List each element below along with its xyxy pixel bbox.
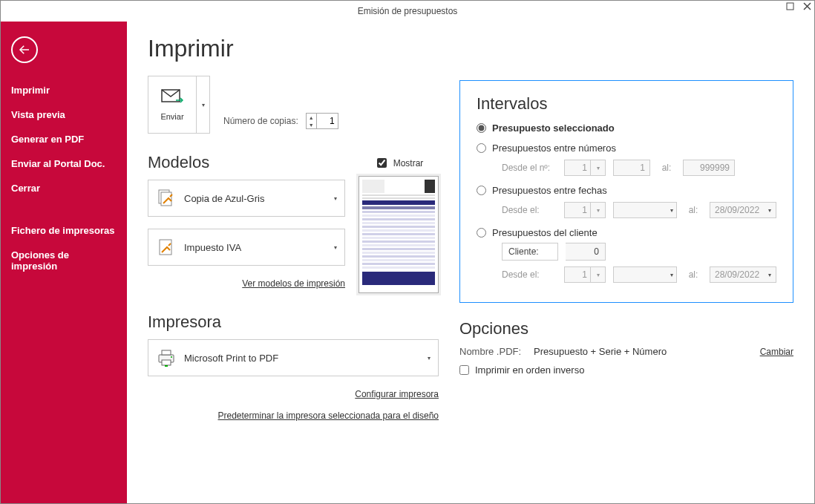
r2-num2[interactable]: 1 xyxy=(613,160,650,176)
preview-image xyxy=(362,180,435,289)
chevron-down-icon: ▾ xyxy=(334,244,337,251)
model-row-2[interactable]: Impuesto IVA ▾ xyxy=(148,229,345,266)
printer-row[interactable]: Microsoft Print to PDF ▾ xyxy=(148,339,439,376)
mostrar-label: Mostrar xyxy=(393,158,424,168)
spinner-down-icon[interactable]: ▼ xyxy=(307,121,316,128)
window: Emisión de presupuestos Imprimir Vista p… xyxy=(0,0,815,504)
copies-spinner[interactable]: ▲ ▼ xyxy=(306,113,338,129)
modelos-title: Modelos xyxy=(148,153,345,172)
pdf-name-value: Presupuesto + Serie + Número xyxy=(534,346,667,357)
svg-rect-0 xyxy=(787,3,793,10)
copies-label: Número de copias: xyxy=(223,116,298,126)
document-icon xyxy=(156,188,177,209)
r2-num3[interactable]: 999999 xyxy=(683,160,735,176)
r2-num1-dd[interactable]: ▾ xyxy=(591,160,606,176)
radio-entre-numeros[interactable]: Presupuestos entre números xyxy=(477,143,776,154)
sidebar-item-generar-pdf[interactable]: Generar en PDF xyxy=(1,127,127,151)
sidebar-item-fichero-impresoras[interactable]: Fichero de impresoras xyxy=(1,218,127,243)
svg-rect-8 xyxy=(160,240,171,255)
r3-num1[interactable]: 1 xyxy=(564,202,591,218)
radio-del-cliente[interactable]: Presupuestos del cliente xyxy=(477,227,776,238)
r4-al-label: al: xyxy=(684,269,702,280)
close-icon[interactable] xyxy=(803,2,811,10)
r4-fields: Desde el: 1 ▾ ▾ al: 28/09/2022▾ xyxy=(502,266,776,283)
titlebar: Emisión de presupuestos xyxy=(1,1,814,22)
model-2-label: Impuesto IVA xyxy=(184,242,334,253)
r3-num1-dd[interactable]: ▾ xyxy=(591,202,606,218)
orden-inverso-row[interactable]: Imprimir en orden inverso xyxy=(459,364,793,376)
radio-entre-fechas[interactable]: Presupuestos entre fechas xyxy=(477,185,776,196)
radio-r3[interactable] xyxy=(477,186,486,195)
copies-input[interactable] xyxy=(317,114,338,128)
mostrar-checkbox-row[interactable]: Mostrar xyxy=(374,156,424,170)
chevron-down-icon: ▾ xyxy=(334,195,337,202)
spinner-up-icon[interactable]: ▲ xyxy=(307,114,316,121)
sidebar: Imprimir Vista previa Generar en PDF Env… xyxy=(1,22,127,503)
radio-r2[interactable] xyxy=(477,143,486,153)
model-1-label: Copia de Azul-Gris xyxy=(184,193,334,204)
window-title: Emisión de presupuestos xyxy=(358,6,458,16)
preview-thumbnail[interactable] xyxy=(359,176,439,293)
r2-num1[interactable]: 1 xyxy=(564,160,591,176)
mostrar-checkbox[interactable] xyxy=(377,158,387,168)
r4-cliente-row: Cliente: 0 xyxy=(502,243,776,261)
cliente-label-box[interactable]: Cliente: xyxy=(502,243,558,261)
spinner-arrows: ▲ ▼ xyxy=(307,114,317,128)
ver-modelos-link[interactable]: Ver modelos de impresión xyxy=(242,278,345,289)
right-column: Intervalos Presupuesto seleccionado Pres… xyxy=(459,76,793,431)
radio-presupuesto-seleccionado[interactable]: Presupuesto seleccionado xyxy=(477,122,776,134)
r3-date[interactable]: 28/09/2022▾ xyxy=(710,202,776,218)
send-button-main[interactable]: Enviar xyxy=(148,76,196,133)
opciones-title: Opciones xyxy=(459,319,793,338)
r4-blank-dd[interactable]: ▾ xyxy=(613,266,677,283)
sidebar-item-imprimir[interactable]: Imprimir xyxy=(1,78,127,102)
intervalos-title: Intervalos xyxy=(477,94,776,114)
r2-desde-label: Desde el nº: xyxy=(502,163,557,173)
printer-icon xyxy=(156,347,177,368)
radio-r1[interactable] xyxy=(477,123,486,133)
r4-num1[interactable]: 1 xyxy=(564,266,591,283)
r4-num1-dd[interactable]: ▾ xyxy=(591,266,606,283)
send-button: Enviar ▾ xyxy=(148,76,210,134)
r4-desde-label: Desde el: xyxy=(502,269,557,280)
r3-al-label: al: xyxy=(684,205,702,215)
cliente-value[interactable]: 0 xyxy=(566,243,606,261)
r3-label: Presupuestos entre fechas xyxy=(492,185,607,196)
body: Imprimir Vista previa Generar en PDF Env… xyxy=(1,22,814,503)
send-row: Enviar ▾ Número de copias: ▲ ▼ xyxy=(148,76,439,134)
maximize-icon[interactable] xyxy=(786,2,794,10)
predeterminar-link[interactable]: Predeterminar la impresora seleccionada … xyxy=(218,410,439,421)
model-row-1[interactable]: Copia de Azul-Gris ▾ xyxy=(148,180,345,217)
r3-fields: Desde el: 1 ▾ ▾ al: 28/09/2022▾ xyxy=(502,202,776,218)
opciones-section: Opciones Nombre .PDF: Presupuesto + Seri… xyxy=(459,319,793,376)
sidebar-item-vista-previa[interactable]: Vista previa xyxy=(1,102,127,127)
intervalos-panel: Intervalos Presupuesto seleccionado Pres… xyxy=(459,80,793,303)
pdf-name-row: Nombre .PDF: Presupuesto + Serie + Númer… xyxy=(459,346,793,357)
chevron-down-icon: ▾ xyxy=(428,355,431,361)
orden-inverso-checkbox[interactable] xyxy=(459,365,469,375)
r1-label: Presupuesto seleccionado xyxy=(492,122,615,134)
send-button-dropdown[interactable]: ▾ xyxy=(196,76,209,133)
page-title: Imprimir xyxy=(148,35,793,62)
radio-r4[interactable] xyxy=(477,228,486,238)
left-column: Enviar ▾ Número de copias: ▲ ▼ xyxy=(148,76,439,431)
r3-blank-dd[interactable]: ▾ xyxy=(613,202,677,218)
preview-column: Mostrar xyxy=(359,153,439,293)
configurar-impresora-link[interactable]: Configurar impresora xyxy=(355,389,439,399)
envelope-icon xyxy=(161,89,183,108)
document-icon xyxy=(156,237,177,258)
sidebar-item-opciones-impresion[interactable]: Opciones de impresión xyxy=(1,243,127,278)
cambiar-link[interactable]: Cambiar xyxy=(760,347,793,357)
svg-rect-10 xyxy=(162,350,171,355)
copies: Número de copias: ▲ ▼ xyxy=(223,113,338,134)
sidebar-item-enviar-portal[interactable]: Enviar al Portal Doc. xyxy=(1,151,127,176)
pdf-name-label: Nombre .PDF: xyxy=(459,346,526,357)
r4-label: Presupuestos del cliente xyxy=(492,227,598,238)
r4-date[interactable]: 28/09/2022▾ xyxy=(710,266,776,283)
r2-label: Presupuestos entre números xyxy=(492,143,616,154)
sidebar-item-cerrar[interactable]: Cerrar xyxy=(1,176,127,200)
printer-label: Microsoft Print to PDF xyxy=(184,353,428,364)
back-button[interactable] xyxy=(11,36,38,63)
impresora-title: Impresora xyxy=(148,312,439,332)
svg-point-12 xyxy=(171,356,172,358)
